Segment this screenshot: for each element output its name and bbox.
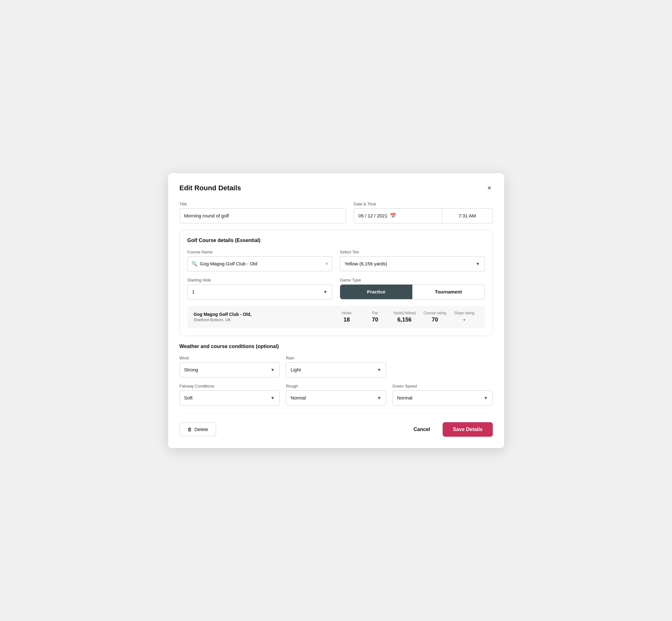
course-name-input-wrapper[interactable]: 🔍 × xyxy=(187,256,333,272)
golf-course-section-title: Golf Course details (Essential) xyxy=(187,238,485,243)
game-type-toggle: Practice Tournament xyxy=(340,284,485,299)
course-rating-value: 70 xyxy=(432,317,438,323)
course-name-input[interactable] xyxy=(200,261,323,266)
tournament-toggle-button[interactable]: Tournament xyxy=(412,285,485,299)
holes-stat: Holes 18 xyxy=(333,311,361,323)
course-name-label: Course Name xyxy=(187,250,333,254)
starting-hole-label: Starting Hole xyxy=(187,278,333,282)
footer-divider xyxy=(179,413,493,413)
game-type-group: Game Type Practice Tournament xyxy=(340,278,485,299)
rain-select-wrapper[interactable]: NoneLightModerateHeavy ▼ xyxy=(286,362,386,377)
game-type-label: Game Type xyxy=(340,278,485,282)
holes-value: 18 xyxy=(344,317,350,323)
wind-group: Wind NoneLightModerateStrongVery Strong … xyxy=(179,356,280,377)
slope-rating-label: Slope rating xyxy=(454,311,474,315)
par-stat: Par 70 xyxy=(361,311,389,323)
course-tee-row: Course Name 🔍 × Select Tee Yellow (6,156… xyxy=(187,250,485,272)
datetime-label: Date & Time xyxy=(354,202,493,206)
green-speed-label: Green Speed xyxy=(392,384,493,388)
modal-title: Edit Round Details xyxy=(179,184,241,192)
wind-label: Wind xyxy=(179,356,280,360)
fairway-select-wrapper[interactable]: SoftNormalHardWet ▼ xyxy=(179,390,280,406)
course-info-row: Gog Magog Golf Club - Old, Shelford Bott… xyxy=(187,306,485,328)
course-info-location: Shelford Bottom, UK xyxy=(194,318,333,322)
select-tee-label: Select Tee xyxy=(340,250,485,254)
course-rating-stat: Course rating 70 xyxy=(420,311,450,323)
delete-button[interactable]: 🗑 Delete xyxy=(179,422,216,436)
wind-rain-row: Wind NoneLightModerateStrongVery Strong … xyxy=(179,356,493,377)
fairway-label: Fairway Conditions xyxy=(179,384,280,388)
rough-label: Rough xyxy=(286,384,386,388)
select-tee-select[interactable]: Yellow (6,156 yards) White Red Blue xyxy=(344,261,480,266)
title-datetime-row: Title Date & Time 05 / 12 / 2021 📅 7:31 … xyxy=(179,202,493,223)
date-value: 05 / 12 / 2021 xyxy=(359,213,387,218)
rough-select-wrapper[interactable]: SoftNormalHardWet ▼ xyxy=(286,390,386,406)
rain-select[interactable]: NoneLightModerateHeavy xyxy=(291,367,381,372)
cancel-button[interactable]: Cancel xyxy=(409,423,435,436)
yards-value: 6,156 xyxy=(397,317,412,323)
wind-select-wrapper[interactable]: NoneLightModerateStrongVery Strong ▼ xyxy=(179,362,280,377)
golf-course-section: Golf Course details (Essential) Course N… xyxy=(179,230,493,336)
title-label: Title xyxy=(179,202,346,206)
edit-round-modal: Edit Round Details × Title Date & Time 0… xyxy=(168,173,504,448)
starting-hole-wrapper[interactable]: 1234 5678 910 ▼ xyxy=(187,284,333,299)
weather-section: Weather and course conditions (optional)… xyxy=(179,344,493,406)
fairway-select[interactable]: SoftNormalHardWet xyxy=(184,395,275,401)
rain-label: Rain xyxy=(286,356,386,360)
date-input[interactable]: 05 / 12 / 2021 📅 xyxy=(354,208,442,223)
practice-toggle-button[interactable]: Practice xyxy=(340,285,412,299)
starting-hole-select[interactable]: 1234 5678 910 xyxy=(192,289,328,294)
course-rating-label: Course rating xyxy=(423,311,446,315)
par-value: 70 xyxy=(372,317,378,323)
slope-rating-stat: Slope rating - xyxy=(450,311,478,323)
title-field-group: Title xyxy=(179,202,346,223)
course-info-name-text: Gog Magog Golf Club - Old, xyxy=(194,312,333,317)
course-name-group: Course Name 🔍 × xyxy=(187,250,333,272)
par-label: Par xyxy=(372,311,378,315)
close-button[interactable]: × xyxy=(486,183,493,193)
delete-label: Delete xyxy=(195,427,208,432)
time-value: 7:31 AM xyxy=(458,213,476,218)
trash-icon: 🗑 xyxy=(187,427,192,432)
hole-gametype-row: Starting Hole 1234 5678 910 ▼ Game Type … xyxy=(187,278,485,299)
rough-select[interactable]: SoftNormalHardWet xyxy=(291,395,381,401)
green-speed-group: Green Speed SlowNormalFastVery Fast ▼ xyxy=(392,384,493,406)
title-input[interactable] xyxy=(179,208,346,223)
wind-select[interactable]: NoneLightModerateStrongVery Strong xyxy=(184,367,275,372)
weather-section-title: Weather and course conditions (optional) xyxy=(179,344,493,349)
save-button[interactable]: Save Details xyxy=(443,422,493,437)
calendar-icon: 📅 xyxy=(390,213,396,219)
yards-label: Yards(Yellow) xyxy=(393,311,416,315)
modal-header: Edit Round Details × xyxy=(179,183,493,193)
date-time-group: 05 / 12 / 2021 📅 7:31 AM xyxy=(354,208,493,223)
fairway-group: Fairway Conditions SoftNormalHardWet ▼ xyxy=(179,384,280,406)
course-info-name: Gog Magog Golf Club - Old, Shelford Bott… xyxy=(194,312,333,322)
course-name-clear-button[interactable]: × xyxy=(325,261,328,266)
green-speed-select-wrapper[interactable]: SlowNormalFastVery Fast ▼ xyxy=(392,390,493,406)
footer-row: 🗑 Delete Cancel Save Details xyxy=(179,422,493,437)
footer-right: Cancel Save Details xyxy=(409,422,493,437)
select-tee-wrapper[interactable]: Yellow (6,156 yards) White Red Blue ▼ xyxy=(340,256,485,272)
select-tee-group: Select Tee Yellow (6,156 yards) White Re… xyxy=(340,250,485,272)
rain-group: Rain NoneLightModerateHeavy ▼ xyxy=(286,356,386,377)
fairway-rough-green-row: Fairway Conditions SoftNormalHardWet ▼ R… xyxy=(179,384,493,406)
holes-label: Holes xyxy=(342,311,351,315)
slope-rating-value: - xyxy=(463,317,465,323)
time-input[interactable]: 7:31 AM xyxy=(442,208,493,223)
green-speed-select[interactable]: SlowNormalFastVery Fast xyxy=(397,395,488,401)
yards-stat: Yards(Yellow) 6,156 xyxy=(389,311,420,323)
rough-group: Rough SoftNormalHardWet ▼ xyxy=(286,384,386,406)
datetime-field-group: Date & Time 05 / 12 / 2021 📅 7:31 AM xyxy=(354,202,493,223)
search-icon: 🔍 xyxy=(192,261,198,266)
starting-hole-group: Starting Hole 1234 5678 910 ▼ xyxy=(187,278,333,299)
